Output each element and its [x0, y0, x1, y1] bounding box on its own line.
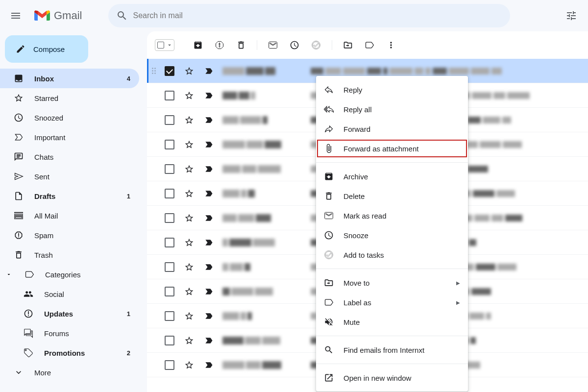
star-icon[interactable]	[184, 66, 194, 76]
ctx-move-to[interactable]: Move to▶	[316, 273, 468, 293]
important-marker-icon[interactable]	[204, 66, 214, 76]
mark-read-button[interactable]	[263, 35, 283, 55]
move-to-button[interactable]	[338, 35, 358, 55]
important-icon	[14, 132, 24, 142]
star-icon[interactable]	[184, 287, 194, 296]
ctx-forward[interactable]: Forward	[316, 119, 468, 139]
checkbox[interactable]	[165, 262, 174, 272]
checkbox[interactable]	[165, 311, 174, 321]
clock-icon	[324, 230, 334, 240]
search-icon[interactable]	[111, 5, 133, 26]
star-icon[interactable]	[184, 238, 194, 247]
sidebar-more[interactable]: More	[0, 363, 139, 382]
checkbox[interactable]	[165, 91, 174, 100]
ctx-mute[interactable]: Mute	[316, 312, 468, 332]
drag-handle[interactable]	[152, 68, 160, 74]
ctx-find-emails-from-internxt[interactable]: Find emails from Internxt	[316, 340, 468, 360]
category-updates[interactable]: Updates1	[0, 304, 139, 323]
checkbox[interactable]	[165, 140, 174, 149]
star-icon[interactable]	[184, 262, 194, 272]
star-icon[interactable]	[184, 360, 194, 370]
select-all-checkbox[interactable]	[155, 39, 174, 51]
checkbox[interactable]	[165, 115, 174, 125]
ctx-forward-as-attachment[interactable]: Forward as attachment	[316, 139, 468, 158]
ctx-delete[interactable]: Delete	[316, 186, 468, 206]
star-icon[interactable]	[184, 189, 194, 198]
sender	[222, 239, 281, 246]
stacked-icon	[14, 211, 24, 220]
sidebar-item-sent[interactable]: Sent	[0, 167, 139, 186]
ctx-reply[interactable]: Reply	[316, 80, 468, 99]
checkbox[interactable]	[165, 213, 174, 223]
chevron-right-icon: ▶	[456, 300, 460, 305]
sidebar-item-all-mail[interactable]: All Mail	[0, 206, 139, 225]
star-icon[interactable]	[184, 115, 194, 125]
checkbox[interactable]	[165, 189, 174, 198]
sender	[222, 337, 281, 344]
star-icon[interactable]	[184, 311, 194, 321]
ctx-open-in-new-window[interactable]: Open in new window	[316, 368, 468, 388]
menu-button[interactable]	[4, 4, 27, 27]
important-marker-icon[interactable]	[204, 336, 214, 345]
nav-label: Chats	[34, 153, 130, 161]
sidebar-item-spam[interactable]: Spam	[0, 225, 139, 245]
sidebar-item-chats[interactable]: Chats	[0, 147, 139, 167]
important-marker-icon[interactable]	[204, 164, 214, 174]
report-spam-button[interactable]	[210, 35, 229, 55]
important-marker-icon[interactable]	[204, 189, 214, 198]
compose-button[interactable]: Compose	[5, 35, 88, 63]
star-icon[interactable]	[184, 213, 194, 223]
sidebar-item-important[interactable]: Important	[0, 127, 139, 147]
reply-all-icon	[324, 104, 334, 114]
category-forums[interactable]: Forums	[0, 323, 139, 343]
sidebar-item-inbox[interactable]: Inbox4	[0, 69, 139, 88]
important-marker-icon[interactable]	[204, 262, 214, 272]
sidebar-item-drafts[interactable]: Drafts1	[0, 186, 139, 206]
compose-label: Compose	[33, 45, 65, 53]
mute-icon	[324, 317, 334, 327]
important-marker-icon[interactable]	[204, 91, 214, 100]
labels-button[interactable]	[360, 35, 379, 55]
ctx-label-as[interactable]: Label as▶	[316, 293, 468, 312]
ctx-archive[interactable]: Archive	[316, 167, 468, 186]
important-marker-icon[interactable]	[204, 360, 214, 370]
checkbox[interactable]	[165, 238, 174, 247]
snooze-button[interactable]	[285, 35, 304, 55]
more-button[interactable]	[381, 35, 401, 55]
checkbox[interactable]	[165, 66, 174, 76]
sidebar-item-snoozed[interactable]: Snoozed	[0, 108, 139, 127]
important-marker-icon[interactable]	[204, 115, 214, 125]
important-marker-icon[interactable]	[204, 238, 214, 247]
checkbox[interactable]	[165, 360, 174, 370]
category-social[interactable]: Social	[0, 284, 139, 304]
checkbox[interactable]	[165, 336, 174, 345]
sidebar-item-categories[interactable]: Categories	[0, 265, 139, 284]
add-task-button[interactable]	[306, 35, 326, 55]
sidebar-item-starred[interactable]: Starred	[0, 88, 139, 108]
ctx-add-to-tasks[interactable]: Add to tasks	[316, 245, 468, 265]
important-marker-icon[interactable]	[204, 311, 214, 321]
checkbox[interactable]	[165, 164, 174, 174]
category-promotions[interactable]: Promotions2	[0, 343, 139, 363]
search-input[interactable]	[133, 11, 507, 20]
star-icon[interactable]	[184, 164, 194, 174]
inbox-icon	[14, 74, 24, 83]
ctx-snooze[interactable]: Snooze	[316, 225, 468, 245]
sidebar-item-trash[interactable]: Trash	[0, 245, 139, 265]
search-bar[interactable]	[108, 4, 510, 27]
ctx-reply-all[interactable]: Reply all	[316, 99, 468, 119]
nav-label: Categories	[45, 270, 130, 279]
star-icon[interactable]	[184, 140, 194, 149]
delete-button[interactable]	[231, 35, 251, 55]
checkbox[interactable]	[165, 287, 174, 296]
search-options-button[interactable]	[561, 5, 582, 26]
ctx-mark-as-read[interactable]: Mark as read	[316, 206, 468, 225]
important-marker-icon[interactable]	[204, 213, 214, 223]
star-icon[interactable]	[184, 91, 194, 100]
important-marker-icon[interactable]	[204, 140, 214, 149]
important-marker-icon[interactable]	[204, 287, 214, 296]
star-icon[interactable]	[184, 336, 194, 345]
gmail-logo[interactable]: Gmail	[27, 9, 89, 22]
search-icon	[324, 345, 334, 355]
archive-button[interactable]	[188, 35, 208, 55]
